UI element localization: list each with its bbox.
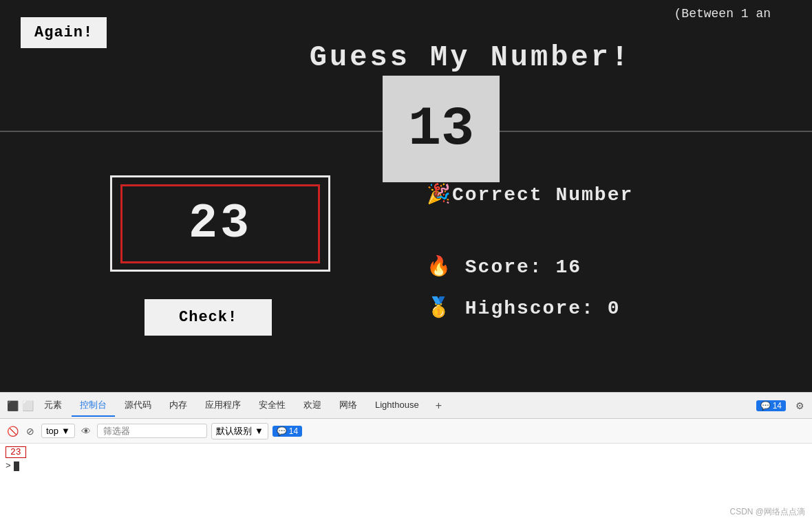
toolbar-badge-count: 14 <box>289 426 298 436</box>
message-count-badge: 💬 14 <box>756 400 786 411</box>
guess-input-box: 23 <box>110 175 330 272</box>
level-value: 默认级别 <box>216 425 252 437</box>
again-button[interactable]: Again! <box>21 17 107 48</box>
devtools-tabs-bar: ⬛ ⬜ 元素 控制台 源代码 内存 应用程序 安全性 欢迎 网络 Lightho… <box>0 393 812 419</box>
game-title: Guess My Number! <box>310 41 631 74</box>
tab-console[interactable]: 控制台 <box>72 395 115 417</box>
console-output-line: 23 <box>6 446 806 458</box>
tab-network[interactable]: 网络 <box>331 395 365 417</box>
tab-security[interactable]: 安全性 <box>250 395 294 417</box>
correct-message: 🎉Correct Number <box>427 182 633 206</box>
game-area: Again! (Between 1 an Guess My Number! 13… <box>0 0 812 392</box>
console-content: 23 > CSDN @网络点点滴 <box>0 444 812 522</box>
devtools-panel: ⬛ ⬜ 元素 控制台 源代码 内存 应用程序 安全性 欢迎 网络 Lightho… <box>0 392 812 522</box>
clear-console-icon[interactable]: 🚫 <box>6 424 19 438</box>
console-prompt-symbol: > <box>6 461 11 471</box>
guess-inner-box: 23 <box>120 184 320 263</box>
devtools-icon-left[interactable]: ⬛ <box>6 399 19 413</box>
toolbar-badge-icon: 💬 <box>277 426 287 436</box>
csdn-watermark: CSDN @网络点点滴 <box>729 506 805 518</box>
tab-application[interactable]: 应用程序 <box>197 395 249 417</box>
tab-welcome[interactable]: 欢迎 <box>295 395 330 417</box>
tab-lighthouse[interactable]: Lighthouse <box>367 395 427 415</box>
badge-count: 14 <box>773 401 782 411</box>
console-output-value: 23 <box>6 446 26 458</box>
score-display: 🔥 Score: 16 <box>427 254 581 278</box>
tab-memory[interactable]: 内存 <box>161 395 195 417</box>
console-cursor <box>14 461 19 471</box>
devtools-icon-right[interactable]: ⬜ <box>21 399 34 413</box>
secret-number-box: 13 <box>383 76 500 182</box>
level-dropdown-icon: ▼ <box>255 426 264 436</box>
level-selector[interactable]: 默认级别 ▼ <box>211 423 268 439</box>
devtools-toolbar: 🚫 ⊘ top ▼ 👁 默认级别 ▼ 💬 14 <box>0 419 812 444</box>
guess-number: 23 <box>189 197 252 251</box>
highscore-display: 🥇 Highscore: 0 <box>427 296 620 319</box>
stop-icon[interactable]: ⊘ <box>23 424 37 438</box>
console-input-line[interactable]: > <box>6 461 806 471</box>
context-dropdown-icon: ▼ <box>61 426 70 436</box>
filter-input[interactable] <box>97 424 207 438</box>
secret-number: 13 <box>408 98 474 160</box>
devtools-settings-icon[interactable]: ⚙ <box>793 399 806 413</box>
badge-icon: 💬 <box>760 401 771 411</box>
context-selector[interactable]: top ▼ <box>41 424 75 438</box>
context-value: top <box>46 426 58 436</box>
between-hint: (Between 1 an <box>674 7 771 21</box>
tab-add-button[interactable]: + <box>429 395 449 416</box>
toolbar-message-badge: 💬 14 <box>273 426 302 437</box>
devtools-badge-area: 💬 14 ⚙ <box>756 399 806 413</box>
eye-icon[interactable]: 👁 <box>79 424 93 438</box>
check-button[interactable]: Check! <box>145 299 272 336</box>
tab-sources[interactable]: 源代码 <box>116 395 160 417</box>
tab-elements[interactable]: 元素 <box>36 395 70 417</box>
